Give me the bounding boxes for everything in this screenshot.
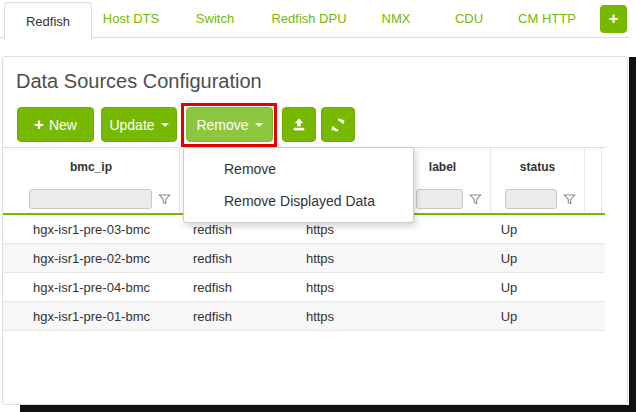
cell-spacer <box>585 273 602 301</box>
tab-redfish-dpu[interactable]: Redfish DPU <box>259 0 359 37</box>
update-button-label: Update <box>109 117 154 133</box>
filter-cell-bmc-ip <box>3 185 180 213</box>
cell-type: redfish <box>180 302 245 330</box>
refresh-button[interactable] <box>321 107 355 142</box>
cell-bmc-ip: hgx-isr1-pre-03-bmc <box>3 215 180 243</box>
column-header-spacer <box>585 148 602 185</box>
filter-funnel-icon[interactable] <box>469 193 482 206</box>
tabbar-divider <box>0 37 629 38</box>
update-button[interactable]: Update <box>101 107 177 142</box>
screenshot-right-edge <box>629 57 636 412</box>
filter-funnel-icon[interactable] <box>563 193 576 206</box>
plus-icon: + <box>34 115 44 135</box>
table-row[interactable]: hgx-isr1-pre-01-bmc redfish https Up <box>3 302 605 331</box>
cell-label <box>395 302 491 330</box>
column-header-bmc-ip[interactable]: bmc_ip <box>3 148 180 185</box>
filter-input-label[interactable] <box>416 189 463 209</box>
filter-input-bmc-ip[interactable] <box>29 189 152 209</box>
remove-button-label: Remove <box>196 117 248 133</box>
tab-switch[interactable]: Switch <box>186 0 244 37</box>
remove-dropdown-menu: Remove Remove Displayed Data <box>183 147 414 223</box>
screenshot-bottom-edge <box>20 405 636 412</box>
cell-bmc-ip: hgx-isr1-pre-04-bmc <box>3 273 180 301</box>
cell-protocol: https <box>245 302 395 330</box>
new-button[interactable]: + New <box>17 107 94 142</box>
cell-protocol: https <box>245 273 395 301</box>
page-title: Data Sources Configuration <box>16 70 262 93</box>
cell-type: redfish <box>180 244 245 272</box>
filter-cell-status <box>491 185 585 213</box>
filter-cell-spacer <box>585 185 602 213</box>
table-row[interactable]: hgx-isr1-pre-04-bmc redfish https Up <box>3 273 605 302</box>
tab-host-dts[interactable]: Host DTS <box>94 0 168 37</box>
upload-button[interactable] <box>282 107 316 142</box>
cell-status: Up <box>491 302 585 330</box>
add-tab-button[interactable]: + <box>600 5 627 33</box>
cell-status: Up <box>491 215 585 243</box>
filter-input-status[interactable] <box>505 189 557 209</box>
column-header-status[interactable]: status <box>491 148 585 185</box>
cell-label <box>395 273 491 301</box>
filter-funnel-icon[interactable] <box>158 193 171 206</box>
chevron-down-icon <box>161 123 169 127</box>
cell-spacer <box>585 215 602 243</box>
remove-button[interactable]: Remove <box>186 107 273 142</box>
tab-cdu[interactable]: CDU <box>446 0 492 37</box>
tab-redfish[interactable]: Redfish <box>4 2 92 40</box>
upload-icon <box>291 117 307 133</box>
table-row[interactable]: hgx-isr1-pre-02-bmc redfish https Up <box>3 244 605 273</box>
cell-type: redfish <box>180 273 245 301</box>
cell-spacer <box>585 244 602 272</box>
menu-item-remove-displayed-data[interactable]: Remove Displayed Data <box>184 185 413 217</box>
cell-status: Up <box>491 273 585 301</box>
cell-bmc-ip: hgx-isr1-pre-02-bmc <box>3 244 180 272</box>
cell-bmc-ip: hgx-isr1-pre-01-bmc <box>3 302 180 330</box>
chevron-down-icon <box>255 123 263 127</box>
plus-icon: + <box>609 9 619 29</box>
cell-protocol: https <box>245 244 395 272</box>
new-button-label: New <box>49 117 77 133</box>
cell-status: Up <box>491 244 585 272</box>
tab-bar: Redfish Host DTS Switch Redfish DPU NMX … <box>0 0 636 39</box>
cell-spacer <box>585 302 602 330</box>
refresh-icon <box>330 117 346 133</box>
tab-nmx[interactable]: NMX <box>371 0 421 37</box>
menu-item-remove[interactable]: Remove <box>184 153 413 185</box>
cell-label <box>395 244 491 272</box>
tab-cm-http[interactable]: CM HTTP <box>507 0 587 37</box>
